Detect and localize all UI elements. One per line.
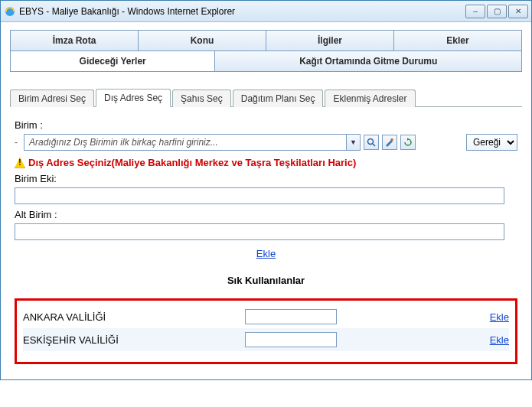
favorite-row: ESKİŞEHİR VALİLİĞİ Ekle <box>23 328 509 351</box>
tab-ekler[interactable]: Ekler <box>394 31 521 50</box>
chevron-down-icon[interactable]: ▼ <box>346 135 360 150</box>
ie-icon <box>4 5 16 18</box>
warning-message: ! Dış Adres Seçiniz(Maliye Bakanlığı Mer… <box>15 157 517 168</box>
refresh-icon[interactable] <box>400 135 416 150</box>
svg-point-1 <box>368 139 374 145</box>
subtab-birim-adresi-sec[interactable]: Birim Adresi Seç <box>10 90 94 107</box>
favorite-input[interactable] <box>245 332 337 347</box>
svg-line-2 <box>373 144 375 146</box>
favorite-name: ANKARA VALİLİĞİ <box>23 311 245 323</box>
clear-icon[interactable] <box>382 135 397 150</box>
search-icon[interactable] <box>364 135 379 150</box>
tab-gidecegi-yerler[interactable]: Gideceği Yerler <box>11 51 215 71</box>
window-title: EBYS - Maliye Bakanlığı - Windows Intern… <box>19 6 465 17</box>
top-tab-row: İmza Rota Konu İlgiler Ekler <box>10 30 522 51</box>
birim-label: Birim : <box>15 119 517 131</box>
tab-konu[interactable]: Konu <box>139 31 266 50</box>
close-button[interactable]: ✕ <box>508 5 528 18</box>
maximize-button[interactable]: ▢ <box>487 5 507 18</box>
alt-birim-label: Alt Birim : <box>15 209 517 220</box>
tab-ilgiler[interactable]: İlgiler <box>266 31 394 50</box>
favorite-ekle-link[interactable]: Ekle <box>490 334 509 346</box>
subtab-dis-adres-sec[interactable]: Dış Adres Seç <box>96 89 171 107</box>
sub-tab-row: Birim Adresi Seç Dış Adres Seç Şahıs Seç… <box>10 89 522 107</box>
favorite-input[interactable] <box>245 309 337 324</box>
second-tab-row: Gideceği Yerler Kağıt Ortamında Gitme Du… <box>10 51 522 72</box>
subtab-sahis-sec[interactable]: Şahıs Seç <box>172 90 231 107</box>
window-buttons: – ▢ ✕ <box>465 5 528 18</box>
warning-icon: ! <box>15 158 25 168</box>
birim-eki-input[interactable] <box>15 187 504 204</box>
favorites-highlight-box: ANKARA VALİLİĞİ Ekle ESKİŞEHİR VALİLİĞİ … <box>15 298 517 364</box>
birim-combo[interactable]: Aradığınız Dış Birimin ilk birkaç harfin… <box>24 134 361 151</box>
birim-row: - Aradığınız Dış Birimin ilk birkaç harf… <box>15 134 517 151</box>
geregi-wrapper: Gereği <box>466 134 517 151</box>
geregi-select[interactable]: Gereği <box>466 134 517 151</box>
favorite-row: ANKARA VALİLİĞİ Ekle <box>23 305 509 328</box>
minimize-button[interactable]: – <box>465 5 485 18</box>
favorite-ekle-link[interactable]: Ekle <box>490 311 509 323</box>
subtab-eklenmis-adresler[interactable]: Eklenmiş Adresler <box>325 90 415 107</box>
subtab-dagitim-plani-sec[interactable]: Dağıtım Planı Seç <box>233 90 324 107</box>
tab-kagit-ortaminda[interactable]: Kağıt Ortamında Gitme Durumu <box>215 51 521 71</box>
warning-text: Dış Adres Seçiniz(Maliye Bakanlığı Merke… <box>28 157 356 168</box>
favorites-header: Sık Kullanılanlar <box>15 275 517 286</box>
ekle-link[interactable]: Ekle <box>15 248 517 259</box>
favorite-name: ESKİŞEHİR VALİLİĞİ <box>23 334 245 346</box>
titlebar: EBYS - Maliye Bakanlığı - Windows Intern… <box>1 1 531 22</box>
form-area: Birim : - Aradığınız Dış Birimin ilk bir… <box>10 107 522 364</box>
app-window: EBYS - Maliye Bakanlığı - Windows Intern… <box>0 0 532 380</box>
alt-birim-input[interactable] <box>15 223 504 240</box>
birim-combo-placeholder: Aradığınız Dış Birimin ilk birkaç harfin… <box>24 137 346 148</box>
birim-eki-label: Birim Eki: <box>15 173 517 184</box>
content-area: İmza Rota Konu İlgiler Ekler Gideceği Ye… <box>1 22 531 379</box>
tab-imza-rota[interactable]: İmza Rota <box>11 31 139 50</box>
